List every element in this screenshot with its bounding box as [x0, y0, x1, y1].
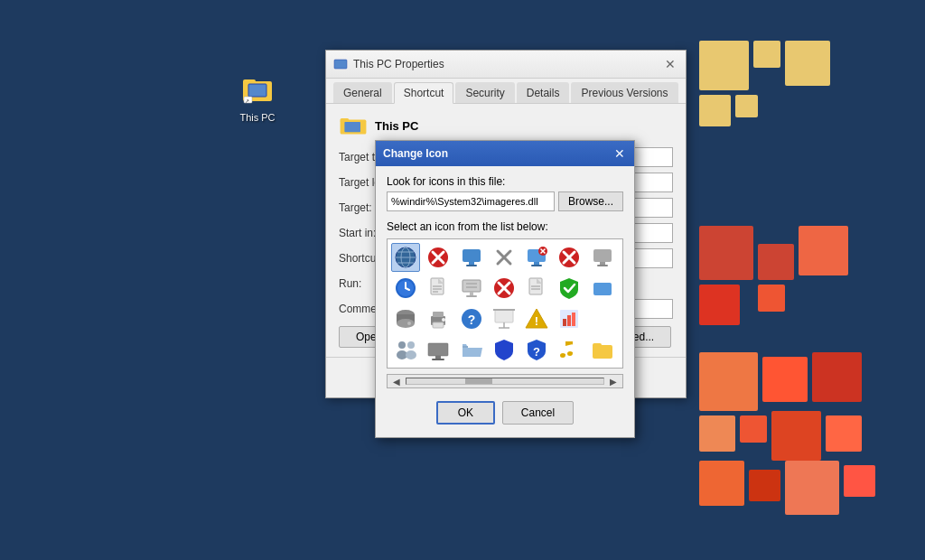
icon-cell[interactable]	[490, 335, 519, 364]
change-icon-close-button[interactable]: ✕	[612, 146, 627, 161]
svg-rect-6	[334, 60, 347, 69]
icon-cell[interactable]	[490, 243, 519, 272]
svg-rect-33	[593, 249, 612, 262]
svg-point-61	[407, 322, 411, 325]
tab-security[interactable]: Security	[455, 82, 514, 103]
desktop-icon-this-pc[interactable]: ↗ This PC	[226, 72, 289, 123]
icon-scrollbar[interactable]: ◀ ▶	[387, 374, 623, 388]
tab-previous-versions[interactable]: Previous Versions	[571, 82, 677, 103]
decorative-square	[740, 415, 767, 443]
scroll-left-arrow[interactable]: ◀	[391, 377, 402, 387]
icon-cell[interactable]	[522, 274, 551, 303]
svg-rect-25	[534, 262, 539, 265]
desktop-squares	[699, 0, 925, 560]
decorative-square	[699, 352, 758, 411]
prop-icon-title: This PC	[375, 119, 418, 133]
svg-text:?: ?	[533, 345, 540, 359]
tab-details[interactable]: Details	[517, 82, 570, 103]
svg-point-80	[407, 341, 415, 349]
tab-general[interactable]: General	[333, 82, 392, 103]
icon-cell[interactable]	[555, 304, 584, 333]
scroll-thumb[interactable]	[465, 378, 492, 384]
icon-cell[interactable]	[490, 274, 519, 303]
svg-point-81	[406, 350, 416, 359]
icon-cell[interactable]	[457, 274, 486, 303]
svg-point-78	[398, 341, 406, 349]
scroll-track[interactable]	[406, 378, 604, 385]
file-label: Look for icons in this file:	[387, 175, 623, 188]
icon-cell[interactable]	[555, 243, 584, 272]
svg-rect-75	[563, 319, 566, 326]
icon-cell[interactable]: ?	[522, 335, 551, 364]
icon-cell[interactable]	[424, 304, 453, 333]
icon-cell[interactable]	[490, 304, 519, 333]
svg-rect-26	[531, 265, 542, 266]
decorative-square	[753, 41, 780, 68]
icon-cell[interactable]	[588, 304, 617, 333]
decorative-square	[771, 411, 821, 461]
properties-titlebar: This PC Properties ✕	[326, 51, 686, 79]
svg-text:↗: ↗	[245, 98, 249, 104]
decorative-square	[844, 465, 875, 497]
dialog-ok-button[interactable]: OK	[436, 401, 495, 425]
svg-rect-82	[428, 343, 448, 356]
decorative-square	[749, 470, 780, 501]
icon-cell[interactable]: ?	[457, 304, 486, 333]
svg-rect-83	[435, 356, 441, 359]
icon-cell[interactable]	[555, 335, 584, 364]
decorative-square	[758, 244, 794, 280]
icon-cell[interactable]	[522, 243, 551, 272]
icon-cell[interactable]	[588, 243, 617, 272]
scroll-right-arrow[interactable]: ▶	[608, 377, 619, 387]
decorative-square	[812, 352, 862, 402]
svg-rect-10	[344, 122, 360, 132]
icon-cell[interactable]	[457, 243, 486, 272]
icon-cell[interactable]	[391, 335, 420, 364]
change-icon-title: Change Icon	[383, 147, 448, 160]
svg-rect-2	[248, 84, 266, 97]
change-icon-titlebar: Change Icon ✕	[376, 141, 634, 166]
svg-rect-47	[466, 295, 477, 297]
icon-cell[interactable]	[457, 335, 486, 364]
icon-cell[interactable]	[391, 274, 420, 303]
svg-rect-85	[462, 346, 468, 348]
svg-rect-34	[600, 262, 605, 265]
icon-cell[interactable]: !	[522, 304, 551, 333]
file-input-row: Browse...	[387, 191, 623, 211]
svg-rect-88	[593, 343, 602, 348]
decorative-square	[762, 357, 808, 402]
decorative-square	[735, 95, 758, 117]
icon-cell[interactable]	[424, 274, 453, 303]
svg-text:!: !	[535, 314, 538, 328]
decorative-square	[699, 95, 731, 126]
icon-cell[interactable]	[391, 243, 420, 272]
tab-shortcut[interactable]: Shortcut	[394, 82, 454, 104]
svg-rect-21	[466, 265, 477, 266]
file-path-input[interactable]	[387, 191, 555, 211]
icon-cell[interactable]	[588, 274, 617, 303]
svg-point-65	[442, 318, 445, 322]
icon-cell[interactable]	[555, 274, 584, 303]
this-pc-icon: ↗	[239, 72, 276, 108]
change-icon-dialog: Change Icon ✕ Look for icons in this fil…	[375, 140, 635, 438]
dialog-cancel-button[interactable]: Cancel	[502, 401, 574, 425]
decorative-square	[699, 415, 735, 452]
change-icon-content: Look for icons in this file: Browse... S…	[376, 166, 634, 437]
icon-cell[interactable]	[424, 335, 453, 364]
svg-rect-84	[432, 359, 444, 360]
icon-cell[interactable]	[588, 335, 617, 364]
svg-rect-76	[567, 315, 571, 326]
svg-rect-45	[462, 280, 481, 292]
icon-grid-container: ?!?	[387, 238, 623, 369]
icon-grid: ?!?	[388, 239, 622, 368]
properties-close-button[interactable]: ✕	[662, 56, 678, 72]
svg-rect-68	[495, 310, 513, 322]
svg-text:?: ?	[467, 313, 475, 327]
icon-cell[interactable]	[391, 304, 420, 333]
decorative-square	[699, 461, 744, 506]
browse-button[interactable]: Browse...	[558, 191, 623, 211]
svg-point-60	[397, 319, 415, 328]
icon-cell[interactable]	[424, 243, 453, 272]
svg-rect-77	[572, 313, 575, 326]
svg-rect-9	[341, 118, 350, 122]
